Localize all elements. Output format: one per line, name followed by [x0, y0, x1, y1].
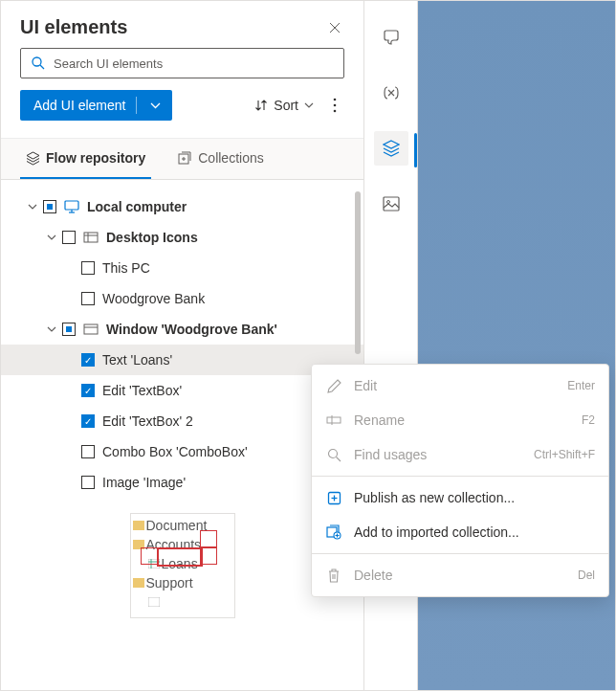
ctx-rename[interactable]: Rename F2 — [312, 403, 608, 437]
rail-copilot-icon[interactable] — [374, 20, 408, 55]
tree-item-image[interactable]: Image 'Image' — [1, 467, 363, 498]
svg-point-19 — [386, 201, 389, 204]
tree-item-edit-textbox[interactable]: Edit 'TextBox' — [1, 375, 363, 406]
checkbox[interactable] — [81, 445, 95, 458]
tab-label: Collections — [198, 150, 263, 166]
svg-line-1 — [40, 65, 44, 69]
tree-label: Window 'Woodgrove Bank' — [106, 322, 277, 337]
sort-icon — [254, 99, 268, 112]
search-icon — [31, 56, 46, 71]
ctx-label: Add to imported collection... — [354, 524, 595, 540]
tree-label: Desktop Icons — [106, 230, 198, 245]
add-button-label: Add UI element — [33, 98, 126, 113]
tab-flow-repository[interactable]: Flow repository — [20, 139, 151, 179]
checkbox[interactable] — [81, 384, 95, 397]
ctx-publish-collection[interactable]: Publish as new collection... — [312, 480, 608, 515]
checkbox[interactable] — [81, 476, 95, 489]
tree-item-text-loans[interactable]: Text 'Loans' — [1, 345, 363, 375]
ui-elements-panel: UI elements Add UI element — [1, 1, 364, 690]
chevron-down-icon — [304, 102, 314, 108]
ctx-shortcut: Ctrl+Shift+F — [534, 448, 595, 461]
search-input-wrapper[interactable] — [20, 48, 344, 78]
chevron-down-icon[interactable] — [47, 234, 60, 240]
checkbox[interactable] — [62, 231, 76, 244]
chevron-down-icon[interactable] — [143, 102, 168, 109]
tree-item-desktop-icons[interactable]: Desktop Icons — [1, 222, 363, 253]
checkbox[interactable] — [43, 200, 56, 213]
add-ui-element-button[interactable]: Add UI element — [20, 90, 172, 121]
tree-item-local-computer[interactable]: Local computer — [1, 191, 363, 222]
tree-label: Local computer — [87, 199, 187, 214]
sort-button[interactable]: Sort — [251, 94, 318, 117]
svg-point-22 — [328, 449, 337, 457]
close-button[interactable] — [325, 18, 344, 37]
svg-rect-18 — [384, 197, 399, 211]
tree-label: Image 'Image' — [102, 475, 186, 490]
tree-item-edit-textbox-2[interactable]: Edit 'TextBox' 2 — [1, 406, 363, 436]
element-preview: Document Accounts Loans Support — [1, 498, 363, 641]
ctx-shortcut: Del — [578, 568, 595, 582]
button-divider — [136, 97, 137, 114]
checkbox[interactable] — [81, 414, 95, 428]
collections-icon — [178, 151, 192, 166]
context-menu: Edit Enter Rename F2 Find usages Ctrl+Sh… — [311, 364, 609, 597]
rail-images-icon[interactable] — [374, 187, 408, 221]
layers-icon — [26, 151, 40, 166]
rail-ui-elements-icon[interactable] — [374, 131, 408, 166]
more-options-button[interactable] — [325, 92, 344, 119]
tree-label: Edit 'TextBox' — [102, 383, 182, 398]
tree-item-woodgrove-bank[interactable]: Woodgrove Bank — [1, 283, 363, 314]
ctx-label: Find usages — [354, 447, 534, 462]
ctx-shortcut: Enter — [567, 379, 595, 392]
svg-rect-9 — [84, 233, 98, 242]
ctx-label: Rename — [354, 412, 582, 428]
tab-label: Flow repository — [46, 150, 145, 166]
trash-icon — [325, 568, 342, 583]
chevron-down-icon[interactable] — [28, 204, 41, 210]
scrollbar-thumb[interactable] — [355, 191, 361, 354]
svg-rect-17 — [148, 597, 160, 607]
desktop-icon — [83, 232, 99, 243]
ctx-delete[interactable]: Delete Del — [312, 558, 608, 592]
rail-variables-icon[interactable] — [374, 76, 408, 110]
ctx-label: Publish as new collection... — [354, 490, 595, 505]
tree-item-window-woodgrove[interactable]: Window 'Woodgrove Bank' — [1, 314, 363, 345]
svg-point-0 — [33, 57, 41, 66]
tree-item-this-pc[interactable]: This PC — [1, 253, 363, 283]
svg-line-23 — [336, 457, 341, 461]
window-icon — [83, 323, 99, 335]
tree-label: Edit 'TextBox' 2 — [102, 413, 193, 429]
ctx-add-to-collection[interactable]: Add to imported collection... — [312, 515, 608, 549]
sort-label: Sort — [274, 98, 298, 113]
search-input[interactable] — [54, 56, 334, 71]
ctx-shortcut: F2 — [582, 413, 595, 427]
preview-thumbnail: Document Accounts Loans Support — [130, 513, 235, 618]
svg-rect-20 — [327, 417, 341, 423]
rename-icon — [325, 414, 342, 426]
ctx-label: Delete — [354, 568, 578, 583]
monitor-icon — [64, 200, 79, 213]
ctx-label: Edit — [354, 378, 567, 393]
svg-point-2 — [334, 99, 337, 101]
checkbox[interactable] — [81, 353, 95, 367]
checkbox[interactable] — [62, 323, 76, 336]
tree-item-combobox[interactable]: Combo Box 'ComboBox' — [1, 436, 363, 467]
separator — [312, 553, 608, 554]
search-icon — [325, 448, 342, 462]
active-indicator — [414, 133, 417, 167]
chevron-down-icon[interactable] — [47, 326, 60, 332]
tree-label: Combo Box 'ComboBox' — [102, 444, 248, 459]
tab-collections[interactable]: Collections — [172, 139, 269, 179]
checkbox[interactable] — [81, 292, 95, 305]
ctx-edit[interactable]: Edit Enter — [312, 368, 608, 403]
ui-elements-tree: Local computer Desktop Icons This PC Woo… — [1, 180, 363, 690]
checkbox[interactable] — [81, 261, 95, 275]
svg-rect-6 — [65, 201, 78, 210]
tree-label: This PC — [102, 260, 150, 276]
ctx-find-usages[interactable]: Find usages Ctrl+Shift+F — [312, 437, 608, 472]
svg-rect-12 — [84, 324, 98, 334]
svg-point-4 — [334, 110, 337, 113]
tree-label: Text 'Loans' — [102, 352, 172, 368]
svg-point-3 — [334, 104, 337, 107]
plus-box-icon — [325, 491, 342, 505]
